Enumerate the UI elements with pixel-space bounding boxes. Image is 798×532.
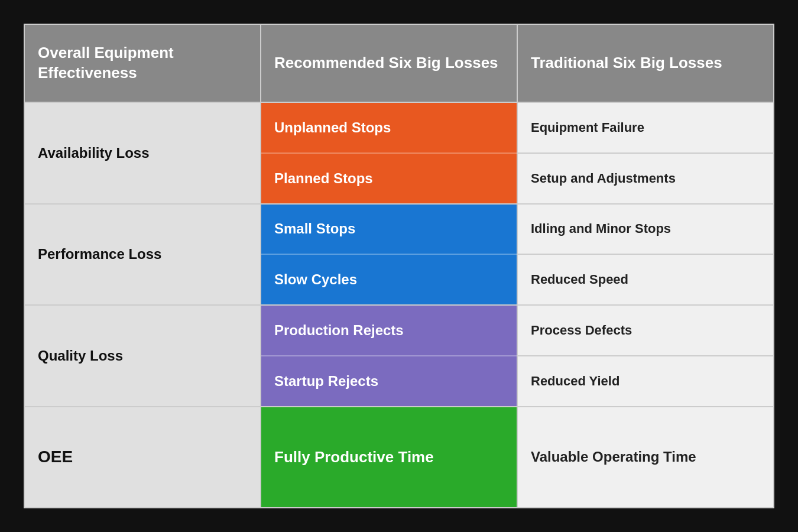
reduced-yield-text: Reduced Yield <box>531 374 619 389</box>
quality-loss-group: Quality Loss Production Rejects Startup … <box>25 304 773 406</box>
idling-minor-stops-text: Idling and Minor Stops <box>531 221 671 236</box>
fully-productive-time-text: Fully Productive Time <box>274 448 434 466</box>
availability-middle-col: Unplanned Stops Planned Stops <box>261 103 518 203</box>
header-col3-text: Traditional Six Big Losses <box>531 53 722 73</box>
header-col1-text: Overall Equipment Effectiveness <box>38 43 247 83</box>
setup-adjustments-cell: Setup and Adjustments <box>518 153 773 203</box>
quality-right-col: Process Defects Reduced Yield <box>518 306 773 406</box>
body-rows: Availability Loss Unplanned Stops Planne… <box>25 102 773 507</box>
quality-loss-label: Quality Loss <box>25 306 261 406</box>
process-defects-text: Process Defects <box>531 323 632 338</box>
valuable-operating-time-cell: Valuable Operating Time <box>518 407 773 508</box>
production-rejects-cell: Production Rejects <box>261 306 517 355</box>
performance-loss-text: Performance Loss <box>38 246 161 262</box>
unplanned-stops-text: Unplanned Stops <box>274 119 391 136</box>
performance-loss-label: Performance Loss <box>25 205 261 305</box>
header-col3: Traditional Six Big Losses <box>518 25 773 102</box>
startup-rejects-text: Startup Rejects <box>274 373 378 390</box>
oee-label: OEE <box>25 407 261 508</box>
planned-stops-cell: Planned Stops <box>261 153 517 203</box>
process-defects-cell: Process Defects <box>518 306 773 355</box>
performance-loss-group: Performance Loss Small Stops Slow Cycles… <box>25 203 773 305</box>
small-stops-text: Small Stops <box>274 220 355 237</box>
fully-productive-time-cell: Fully Productive Time <box>261 407 517 508</box>
quality-loss-text: Quality Loss <box>38 348 123 364</box>
idling-minor-stops-cell: Idling and Minor Stops <box>518 205 773 254</box>
quality-middle-col: Production Rejects Startup Rejects <box>261 306 518 406</box>
header-col2-text: Recommended Six Big Losses <box>274 53 498 73</box>
performance-right-col: Idling and Minor Stops Reduced Speed <box>518 205 773 305</box>
oee-table: Overall Equipment Effectiveness Recommen… <box>24 24 774 508</box>
header-col2: Recommended Six Big Losses <box>261 25 518 102</box>
oee-right-col: Valuable Operating Time <box>518 407 773 508</box>
availability-loss-group: Availability Loss Unplanned Stops Planne… <box>25 102 773 203</box>
oee-group: OEE Fully Productive Time Valuable Opera… <box>25 406 773 508</box>
header-col1: Overall Equipment Effectiveness <box>25 25 261 102</box>
availability-loss-label: Availability Loss <box>25 103 261 203</box>
reduced-yield-cell: Reduced Yield <box>518 355 773 406</box>
equipment-failure-cell: Equipment Failure <box>518 103 773 153</box>
slow-cycles-text: Slow Cycles <box>274 271 357 288</box>
slow-cycles-cell: Slow Cycles <box>261 254 517 304</box>
equipment-failure-text: Equipment Failure <box>531 120 644 135</box>
planned-stops-text: Planned Stops <box>274 170 373 187</box>
startup-rejects-cell: Startup Rejects <box>261 355 517 406</box>
oee-middle-col: Fully Productive Time <box>261 407 518 508</box>
reduced-speed-text: Reduced Speed <box>531 272 628 287</box>
valuable-operating-time-text: Valuable Operating Time <box>531 449 696 465</box>
header-row: Overall Equipment Effectiveness Recommen… <box>25 25 773 102</box>
unplanned-stops-cell: Unplanned Stops <box>261 103 517 153</box>
reduced-speed-cell: Reduced Speed <box>518 254 773 304</box>
production-rejects-text: Production Rejects <box>274 322 404 339</box>
performance-middle-col: Small Stops Slow Cycles <box>261 205 518 305</box>
availability-right-col: Equipment Failure Setup and Adjustments <box>518 103 773 203</box>
small-stops-cell: Small Stops <box>261 205 517 254</box>
setup-adjustments-text: Setup and Adjustments <box>531 171 676 186</box>
availability-loss-text: Availability Loss <box>38 145 150 161</box>
oee-label-text: OEE <box>38 447 73 466</box>
